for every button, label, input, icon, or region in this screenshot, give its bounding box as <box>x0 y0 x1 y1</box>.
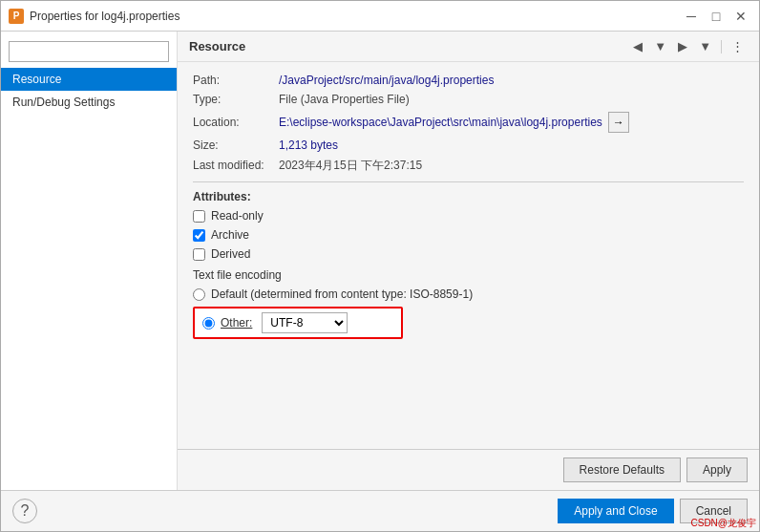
other-encoding-row: Other: UTF-8 UTF-16 ISO-8859-1 US-ASCII … <box>193 307 744 339</box>
sidebar-item-rundebug[interactable]: Run/Debug Settings <box>1 91 177 114</box>
bottom-right: Apply and Close Cancel <box>558 499 748 523</box>
panel-header: Resource ◀ ▼ ▶ ▼ ⋮ <box>178 32 759 62</box>
other-encoding-label[interactable]: Other: <box>221 316 252 330</box>
archive-checkbox[interactable] <box>193 229 205 242</box>
attributes-title: Attributes: <box>193 190 744 203</box>
location-navigate-button[interactable]: → <box>608 112 629 133</box>
dropdown-button[interactable]: ▼ <box>650 37 670 55</box>
derived-checkbox[interactable] <box>193 248 205 261</box>
maximize-button[interactable]: □ <box>706 6 727 27</box>
default-encoding-row: Default (determined from content type: I… <box>193 287 744 301</box>
cancel-button[interactable]: Cancel <box>680 499 748 523</box>
modified-row: Last modified: 2023年4月15日 下午2:37:15 <box>193 158 744 174</box>
archive-row: Archive <box>193 228 744 242</box>
apply-button[interactable]: Apply <box>686 458 748 482</box>
default-encoding-label[interactable]: Default (determined from content type: I… <box>211 287 473 301</box>
other-encoding-container: Other: UTF-8 UTF-16 ISO-8859-1 US-ASCII … <box>193 307 403 339</box>
type-row: Type: File (Java Properties File) <box>193 93 744 106</box>
type-label: Type: <box>193 93 279 106</box>
window-controls: ─ □ ✕ <box>681 6 751 27</box>
modified-value: 2023年4月15日 下午2:37:15 <box>279 158 422 174</box>
encoding-title: Text file encoding <box>193 268 744 282</box>
encoding-select[interactable]: UTF-8 UTF-16 ISO-8859-1 US-ASCII GBK <box>262 312 348 333</box>
location-value: E:\eclipse-workspace\JavaProject\src\mai… <box>279 116 602 129</box>
size-row: Size: 1,213 bytes <box>193 138 744 152</box>
readonly-checkbox[interactable] <box>193 210 205 223</box>
window-title: Properties for log4j.properties <box>30 10 681 23</box>
size-label: Size: <box>193 138 279 152</box>
apply-close-button[interactable]: Apply and Close <box>558 499 673 523</box>
search-input[interactable] <box>9 41 169 62</box>
divider <box>193 181 744 182</box>
more-button[interactable]: ⋮ <box>728 37 748 55</box>
modified-label: Last modified: <box>193 159 279 172</box>
nav-buttons: ◀ ▼ ▶ ▼ ⋮ <box>629 37 748 55</box>
path-row: Path: /JavaProject/src/main/java/log4j.p… <box>193 74 744 87</box>
path-label: Path: <box>193 74 279 87</box>
nav-separator <box>721 40 722 53</box>
help-button[interactable]: ? <box>12 499 37 523</box>
bottom-bar: Restore Defaults Apply <box>178 449 759 490</box>
panel-content: Path: /JavaProject/src/main/java/log4j.p… <box>178 62 759 449</box>
size-value: 1,213 bytes <box>279 138 338 152</box>
default-encoding-radio[interactable] <box>193 288 205 301</box>
dropdown2-button[interactable]: ▼ <box>695 37 715 55</box>
title-bar: P Properties for log4j.properties ─ □ ✕ <box>1 1 759 32</box>
other-encoding-radio[interactable] <box>202 317 215 330</box>
bottom-left: ? <box>12 499 37 523</box>
content-area: Resource Run/Debug Settings Resource ◀ ▼… <box>1 32 759 490</box>
derived-label[interactable]: Derived <box>211 247 250 261</box>
restore-defaults-button[interactable]: Restore Defaults <box>563 458 681 482</box>
minimize-button[interactable]: ─ <box>681 6 702 27</box>
readonly-row: Read-only <box>193 209 744 223</box>
bottom-action-bar: ? Apply and Close Cancel <box>1 490 759 531</box>
back-button[interactable]: ◀ <box>629 37 646 55</box>
close-button[interactable]: ✕ <box>730 6 751 27</box>
derived-row: Derived <box>193 247 744 261</box>
panel-title: Resource <box>189 39 245 53</box>
forward-button[interactable]: ▶ <box>674 37 691 55</box>
path-value: /JavaProject/src/main/java/log4j.propert… <box>279 74 494 87</box>
location-label: Location: <box>193 116 279 129</box>
sidebar-item-resource[interactable]: Resource <box>1 68 177 91</box>
archive-label[interactable]: Archive <box>211 228 249 242</box>
main-window: P Properties for log4j.properties ─ □ ✕ … <box>0 0 760 532</box>
encoding-section: Text file encoding Default (determined f… <box>193 268 744 339</box>
location-row: Location: E:\eclipse-workspace\JavaProje… <box>193 112 744 133</box>
main-panel: Resource ◀ ▼ ▶ ▼ ⋮ Path: /JavaProject/sr… <box>178 32 759 490</box>
type-value: File (Java Properties File) <box>279 93 410 106</box>
readonly-label[interactable]: Read-only <box>211 209 264 223</box>
sidebar: Resource Run/Debug Settings <box>1 32 178 490</box>
window-icon: P <box>9 9 24 24</box>
